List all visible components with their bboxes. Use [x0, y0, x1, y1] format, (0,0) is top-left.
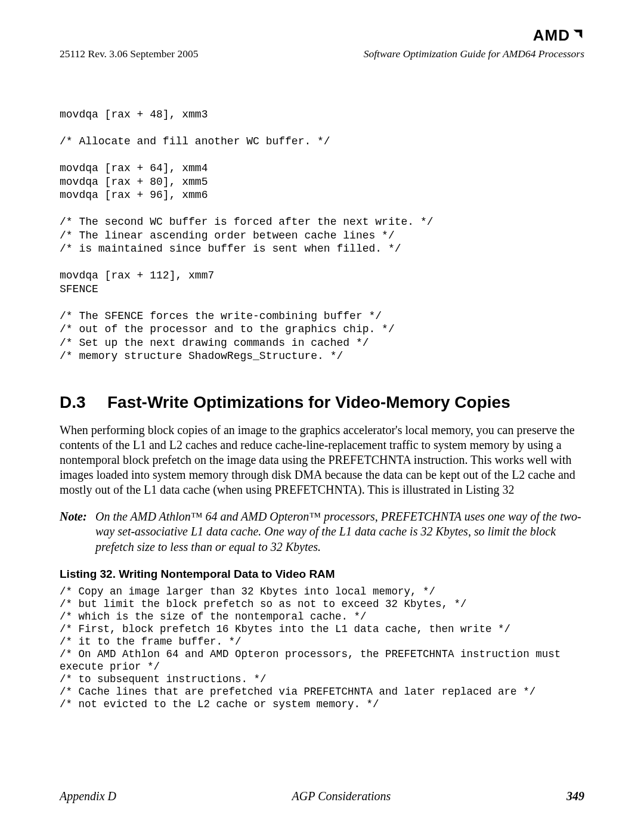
running-footer: Appendix D AGP Considerations 349	[60, 789, 584, 803]
page: AMD 25112 Rev. 3.06 September 2005 Softw…	[0, 0, 644, 833]
section-paragraph: When performing block copies of an image…	[60, 423, 584, 497]
note-label: Note:	[60, 509, 95, 555]
listing-title: Listing 32. Writing Nontemporal Data to …	[60, 568, 584, 581]
note-body: On the AMD Athlon™ 64 and AMD Opteron™ p…	[95, 509, 584, 555]
brand-arrow-icon	[571, 26, 584, 45]
section-number: D.3	[60, 393, 107, 412]
code-block-top: movdqa [rax + 48], xmm3 /* Allocate and …	[60, 108, 584, 363]
note-block: Note: On the AMD Athlon™ 64 and AMD Opte…	[60, 509, 584, 555]
brand-logo: AMD	[533, 26, 584, 45]
doc-title: Software Optimization Guide for AMD64 Pr…	[364, 48, 584, 60]
brand-name: AMD	[533, 26, 570, 45]
running-header: 25112 Rev. 3.06 September 2005 Software …	[60, 48, 584, 60]
page-number: 349	[566, 789, 584, 803]
listing-code: /* Copy an image larger than 32 Kbytes i…	[60, 586, 584, 711]
section-title: Fast-Write Optimizations for Video-Memor…	[107, 393, 584, 412]
footer-center: AGP Considerations	[292, 789, 391, 803]
doc-id-rev-date: 25112 Rev. 3.06 September 2005	[60, 48, 199, 60]
footer-left: Appendix D	[60, 789, 116, 803]
section-heading: D.3 Fast-Write Optimizations for Video-M…	[60, 393, 584, 412]
